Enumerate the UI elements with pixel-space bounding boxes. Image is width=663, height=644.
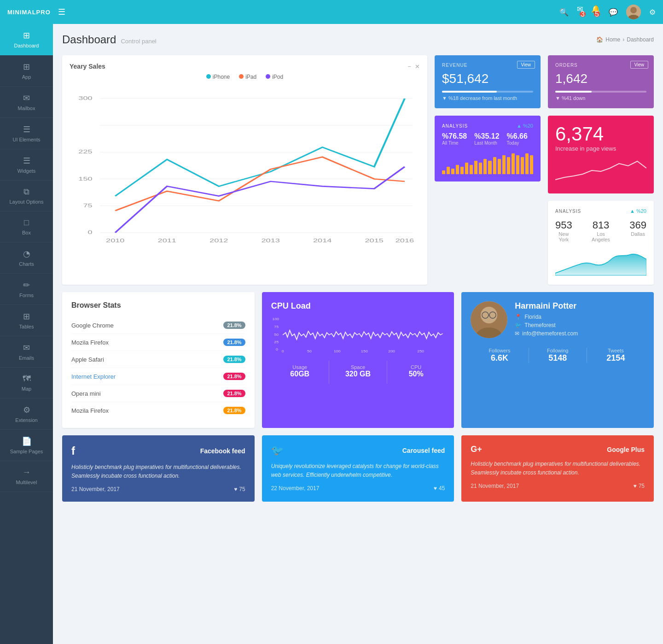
sidebar-item-label: Charts — [19, 261, 34, 267]
svg-text:75: 75 — [274, 325, 279, 329]
svg-text:0: 0 — [276, 348, 279, 351]
nav-icons: 🔍 ✉ 3 🔔 5 💬 ⚙ — [559, 5, 656, 19]
svg-text:2013: 2013 — [262, 237, 280, 243]
analysis-badge: ▲ %20 — [517, 123, 533, 129]
browser-stats-title: Browser Stats — [71, 301, 245, 310]
analysis-stat-lastmonth: %35.12 Last Month — [474, 132, 499, 146]
heart-icon: ♥ — [434, 485, 437, 492]
sidebar-item-label: Sample Pages — [10, 449, 43, 454]
browser-row-chrome: Google Chrome 21.8% — [71, 317, 245, 334]
sidebar-item-label: Emails — [19, 355, 34, 361]
sidebar-item-multilevel[interactable]: → Multilevel — [0, 461, 53, 492]
sidebar-item-map[interactable]: 🗺 Map — [0, 368, 53, 398]
minimize-icon[interactable]: − — [407, 63, 411, 70]
bell-badge: 5 — [594, 11, 600, 17]
analysis-bar-chart — [442, 151, 533, 174]
chart-legend: iPhone iPad iPod — [70, 74, 420, 80]
page-views-label: Increase in page views — [555, 145, 646, 152]
analysis-stat-alltime: %76.58 All Time — [442, 132, 467, 146]
chart-title: Yeary Sales — [70, 63, 105, 70]
orders-progress-bar — [555, 91, 646, 93]
profile-name: Harmaini Potter — [515, 301, 578, 311]
right-stats-col2: View ORDERS 1,642 ▼ %41 down 6,374 Incre… — [548, 55, 654, 285]
page-subtitle: Control panel — [121, 38, 156, 45]
email-icon: ✉ — [515, 330, 519, 337]
browser-name-firefox1: Mozila Firefox — [71, 339, 109, 346]
svg-text:250: 250 — [417, 350, 424, 353]
tweets-value: 2154 — [587, 353, 645, 363]
ui-elements-icon: ☰ — [23, 124, 30, 135]
avatar[interactable] — [626, 5, 641, 19]
settings-icon[interactable]: ⚙ — [649, 8, 656, 17]
city-name-la: Los Angeles — [591, 231, 611, 242]
sidebar-item-label: Forms — [19, 293, 34, 298]
city-stat-ny: 953 New York — [555, 219, 572, 242]
city-val-la: 813 — [591, 219, 611, 231]
sidebar-item-box[interactable]: □ Box — [0, 211, 53, 242]
breadcrumb: 🏠 Home › Dashboard — [596, 36, 654, 43]
svg-text:2014: 2014 — [313, 237, 332, 243]
close-icon[interactable]: ✕ — [415, 63, 420, 70]
city-name-dallas: Dallas — [629, 231, 646, 237]
browser-badge-safari: 21.8% — [223, 356, 245, 363]
page-views-card: 6,374 Increase in page views — [548, 116, 654, 193]
emails-icon: ✉ — [23, 343, 30, 353]
sidebar-item-layout-options[interactable]: ⧉ Layout Options — [0, 181, 53, 211]
browser-row-firefox2: Mozila Firefox 21.8% — [71, 402, 245, 419]
twitter-likes: ♥ 45 — [434, 485, 445, 492]
city-stats: 953 New York 813 Los Angeles 369 Dallas — [555, 219, 646, 242]
sidebar-item-label: App — [22, 74, 31, 80]
googleplus-footer: 21 November, 2017 ♥ 75 — [471, 483, 645, 489]
location-icon: 📍 — [515, 314, 522, 320]
revenue-label: REVENUE — [442, 63, 533, 68]
svg-text:25: 25 — [274, 340, 279, 344]
search-icon[interactable]: 🔍 — [559, 8, 569, 17]
legend-ipad: iPad — [239, 74, 256, 80]
svg-text:0: 0 — [88, 229, 93, 235]
cpu-chart: 100 75 50 25 0 0 50 100 150 200 250 — [271, 316, 445, 353]
orders-progress-fill — [555, 91, 592, 93]
analysis-lbl-lastmonth: Last Month — [474, 141, 499, 146]
cpu-stat-val-cpu: 50% — [387, 370, 445, 378]
facebook-card: f Facebook feed Holisticly benchmark plu… — [62, 435, 255, 502]
profile-tweets: Tweets 2154 — [587, 348, 645, 363]
breadcrumb-home: Home — [605, 36, 620, 43]
home-icon: 🏠 — [596, 36, 603, 43]
layout-options-icon: ⧉ — [23, 187, 29, 197]
browser-row-safari: Apple Safari 21.8% — [71, 351, 245, 368]
sidebar-item-sample-pages[interactable]: 📄 Sample Pages — [0, 430, 53, 461]
followers-label: Followers — [471, 348, 528, 353]
sidebar-item-ui-elements[interactable]: ☰ UI Elements — [0, 118, 53, 149]
hamburger-button[interactable]: ☰ — [58, 7, 65, 17]
browser-name-ie[interactable]: Internet Explorer — [71, 373, 116, 380]
sidebar-item-mailbox[interactable]: ✉ Mailbox — [0, 87, 53, 118]
googleplus-date: 21 November, 2017 — [471, 483, 519, 489]
sidebar-item-charts[interactable]: ◔ Charts — [0, 242, 53, 274]
chat-icon[interactable]: 💬 — [609, 8, 618, 17]
browser-stats-card: Browser Stats Google Chrome 21.8% Mozila… — [62, 292, 255, 428]
charts-icon: ◔ — [23, 249, 30, 259]
svg-text:300: 300 — [78, 95, 92, 101]
chart-card-header: Yeary Sales − ✕ — [70, 63, 420, 70]
city-val-dallas: 369 — [629, 219, 646, 231]
sidebar-item-label: Map — [22, 386, 31, 392]
analysis-label: ANALYSIS — [442, 123, 468, 129]
sidebar-item-widgets[interactable]: ☰ Widgets — [0, 149, 53, 181]
googleplus-text: Holisticly benchmark plug imperatives fo… — [471, 460, 645, 477]
multilevel-icon: → — [23, 468, 31, 477]
twitter-text: Uniquely revolutionize leveraged catalys… — [271, 462, 445, 480]
top-row: Yeary Sales − ✕ iPhone iPad iPod — [62, 55, 654, 285]
sidebar-item-tables[interactable]: ⊞ Tables — [0, 305, 53, 336]
analysis-lbl-today: Today — [507, 141, 528, 146]
revenue-value: $51,642 — [442, 71, 533, 86]
sidebar-item-emails[interactable]: ✉ Emails — [0, 336, 53, 368]
sidebar-item-extension[interactable]: ⚙ Extension — [0, 398, 53, 430]
heart-icon: ♥ — [234, 486, 237, 492]
browser-badge-firefox1: 21.8% — [223, 339, 245, 346]
page-header-left: Dashboard Control panel — [62, 33, 157, 46]
svg-text:150: 150 — [361, 350, 368, 353]
sidebar-item-app[interactable]: ⊞ App — [0, 55, 53, 87]
orders-value: 1,642 — [555, 71, 646, 86]
sidebar-item-dashboard[interactable]: ⊞ Dashboard — [0, 24, 53, 55]
sidebar-item-forms[interactable]: ✏ Forms — [0, 274, 53, 305]
